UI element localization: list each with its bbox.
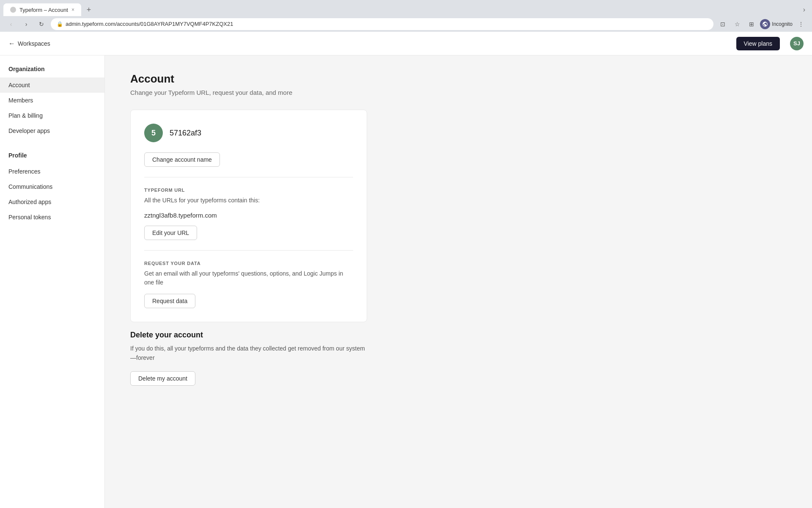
sidebar-item-preferences[interactable]: Preferences	[0, 164, 104, 179]
edit-url-btn[interactable]: Edit your URL	[144, 226, 197, 240]
account-name-text: 57162af3	[170, 129, 201, 138]
typeform-url-section: TYPEFORM URL All the URLs for your typef…	[144, 188, 353, 240]
page-subtitle: Change your Typeform URL, request your d…	[130, 89, 787, 96]
tab-bar: Typeform – Account × + ›	[0, 0, 812, 16]
incognito-btn[interactable]: Incognito	[760, 19, 793, 29]
back-arrow-icon: ←	[8, 40, 15, 47]
content-area: Organization Account Members Plan & bill…	[0, 55, 812, 508]
reload-btn[interactable]: ↻	[36, 18, 47, 30]
extensions-icon-btn[interactable]: ⊞	[746, 18, 757, 30]
typeform-url-label: TYPEFORM URL	[144, 188, 353, 193]
account-name-section: 5 57162af3	[144, 124, 353, 142]
sidebar-item-authorized-apps[interactable]: Authorized apps	[0, 194, 104, 210]
browser-toolbar: ‹ › ↻ 🔒 admin.typeform.com/accounts/01G8…	[0, 16, 812, 32]
incognito-avatar-icon	[760, 19, 770, 29]
tab-more-btn[interactable]: ›	[800, 4, 809, 15]
tab-favicon	[10, 7, 16, 13]
url-display: zztngl3afb8.typeform.com	[144, 212, 353, 219]
browser-chrome: Typeform – Account × + › ‹ › ↻ 🔒 admin.t…	[0, 0, 812, 32]
account-card: 5 57162af3 Change account name TYPEFORM …	[130, 110, 367, 322]
sidebar-item-members[interactable]: Members	[0, 93, 104, 108]
back-nav-btn[interactable]: ‹	[5, 18, 17, 30]
change-account-name-btn[interactable]: Change account name	[144, 152, 220, 167]
tab-title: Typeform – Account	[19, 7, 68, 13]
user-avatar[interactable]: SJ	[790, 37, 804, 50]
app-container: ← Workspaces View plans SJ Organization …	[0, 32, 812, 508]
request-data-label: REQUEST YOUR DATA	[144, 261, 353, 266]
request-data-section: REQUEST YOUR DATA Get an email with all …	[144, 261, 353, 308]
new-tab-btn[interactable]: +	[83, 4, 95, 16]
workspaces-back-btn[interactable]: ← Workspaces	[8, 40, 50, 47]
main-content: Account Change your Typeform URL, reques…	[105, 55, 812, 508]
profile-section-title: Profile	[0, 149, 104, 164]
account-avatar: 5	[144, 124, 163, 142]
address-url: admin.typeform.com/accounts/01G8AYRAP1MY…	[66, 21, 233, 27]
sidebar: Organization Account Members Plan & bill…	[0, 55, 105, 508]
sidebar-item-developer-apps[interactable]: Developer apps	[0, 123, 104, 138]
view-plans-btn[interactable]: View plans	[736, 37, 780, 50]
incognito-label: Incognito	[772, 21, 793, 27]
sidebar-item-personal-tokens[interactable]: Personal tokens	[0, 210, 104, 225]
tab-close-btn[interactable]: ×	[71, 7, 74, 13]
sidebar-divider	[0, 138, 104, 149]
card-divider-2	[144, 250, 353, 251]
sidebar-item-account[interactable]: Account	[0, 77, 104, 93]
typeform-url-description: All the URLs for your typeforms contain …	[144, 196, 353, 205]
app-header: ← Workspaces View plans SJ	[0, 32, 812, 55]
chrome-menu-btn[interactable]: ⋮	[795, 18, 807, 30]
bookmark-icon-btn[interactable]: ☆	[731, 18, 743, 30]
toolbar-actions: ⊡ ☆ ⊞ Incognito ⋮	[717, 18, 807, 30]
delete-description: If you do this, all your typeforms and t…	[130, 344, 367, 363]
workspaces-label: Workspaces	[18, 40, 50, 47]
address-bar[interactable]: 🔒 admin.typeform.com/accounts/01G8AYRAP1…	[51, 18, 713, 30]
request-data-btn[interactable]: Request data	[144, 294, 195, 308]
cast-icon-btn[interactable]: ⊡	[717, 18, 729, 30]
lock-icon: 🔒	[57, 21, 63, 27]
card-divider-1	[144, 177, 353, 177]
forward-nav-btn[interactable]: ›	[20, 18, 32, 30]
sidebar-item-plan-billing[interactable]: Plan & billing	[0, 108, 104, 123]
active-tab[interactable]: Typeform – Account ×	[3, 3, 81, 16]
page-title: Account	[130, 72, 787, 86]
delete-section: Delete your account If you do this, all …	[130, 331, 367, 386]
request-data-description: Get an email with all your typeforms' qu…	[144, 269, 353, 287]
sidebar-item-communications[interactable]: Communications	[0, 179, 104, 194]
org-section-title: Organization	[0, 66, 104, 77]
delete-title: Delete your account	[130, 331, 367, 340]
delete-my-account-btn[interactable]: Delete my account	[130, 371, 195, 386]
